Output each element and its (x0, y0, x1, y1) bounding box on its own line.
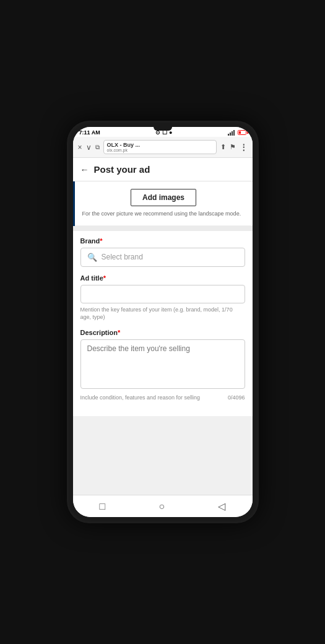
nav-back-button[interactable]: ◁ (218, 500, 225, 512)
browser-bar: × ∨ ⧉ OLX - Buy ... olx.com.pk ⬆ ⚑ ⋮ (73, 137, 253, 158)
back-button[interactable]: ← (80, 165, 89, 175)
phone-outer: 7:11 AM ⊙ ☐ ● × ∨ ⧉ (67, 121, 259, 523)
brand-placeholder-text: Select brand (102, 253, 143, 261)
browser-url-box[interactable]: OLX - Buy ... olx.com.pk (103, 140, 217, 154)
ad-title-field-group: Ad title* Mention the key features of yo… (80, 274, 245, 321)
browser-url-domain: olx.com.pk (107, 148, 213, 152)
battery-icon (238, 130, 246, 135)
browser-bookmark-icon[interactable]: ⚑ (230, 143, 236, 151)
description-label: Description* (80, 329, 245, 336)
brand-field-group: Brand* 🔍 Select brand (80, 237, 245, 267)
notch (154, 127, 172, 131)
app-content: ← Post your ad Add images For the cover … (73, 158, 253, 495)
form-area: Brand* 🔍 Select brand Ad title* Mention … (73, 231, 253, 417)
nav-bar: □ ○ ◁ (73, 495, 253, 517)
add-images-button[interactable]: Add images (131, 189, 196, 206)
browser-menu-icon[interactable]: ⋮ (240, 142, 248, 152)
page-title: Post your ad (94, 164, 150, 175)
ad-title-input[interactable] (80, 285, 245, 303)
browser-tabs-icon[interactable]: ⧉ (95, 144, 100, 151)
browser-nav-down[interactable]: ∨ (86, 143, 92, 152)
phone-screen: 7:11 AM ⊙ ☐ ● × ∨ ⧉ (73, 127, 253, 517)
brand-required-star: * (100, 237, 102, 245)
add-images-section: Add images For the cover picture we reco… (75, 181, 253, 226)
status-icons-right (228, 129, 246, 136)
brand-select-input[interactable]: 🔍 Select brand (80, 248, 245, 267)
description-footer: Include condition, features and reason f… (80, 394, 245, 402)
description-field-group: Description* Include condition, features… (80, 329, 245, 402)
nav-circle-button[interactable]: ○ (159, 501, 165, 512)
search-icon: 🔍 (87, 253, 97, 262)
description-required-star: * (118, 329, 120, 336)
nav-square-button[interactable]: □ (100, 501, 106, 512)
section-divider (73, 226, 253, 231)
ad-title-required-star: * (103, 274, 106, 282)
description-textarea[interactable] (80, 339, 245, 389)
status-time: 7:11 AM (79, 129, 100, 136)
images-hint: For the cover picture we recommend using… (82, 210, 245, 218)
description-hint: Include condition, features and reason f… (80, 394, 228, 402)
page-header: ← Post your ad (73, 158, 253, 181)
form-section-images: Add images For the cover picture we reco… (73, 181, 253, 226)
char-count: 0/4096 (228, 394, 245, 401)
browser-actions: ⬆ ⚑ ⋮ (220, 142, 248, 152)
browser-share-icon[interactable]: ⬆ (220, 143, 226, 151)
ad-title-hint: Mention the key features of your item (e… (80, 306, 245, 321)
signal-icon (228, 129, 235, 136)
browser-url-title: OLX - Buy ... (107, 142, 213, 148)
browser-close-button[interactable]: × (78, 143, 82, 152)
ad-title-label: Ad title* (80, 274, 245, 282)
brand-label: Brand* (80, 237, 245, 245)
